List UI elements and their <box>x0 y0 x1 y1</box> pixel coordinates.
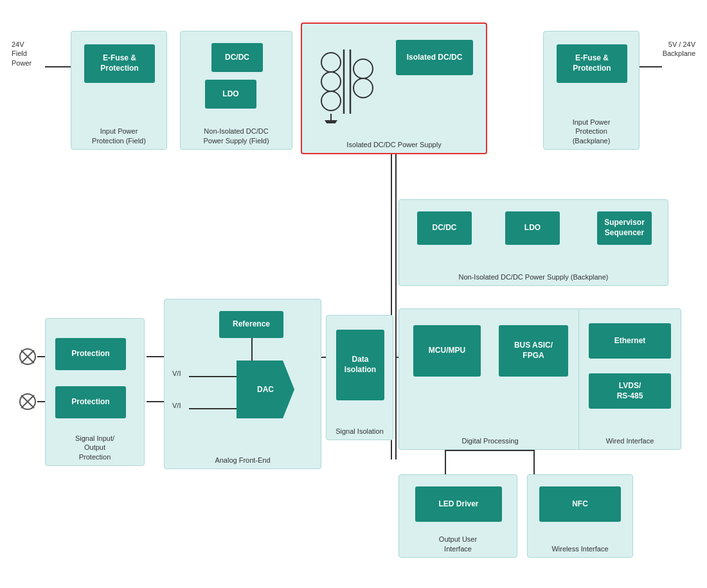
ref-line <box>251 338 253 364</box>
mcu-mpu-chip: MCU/MPU <box>413 325 481 377</box>
signal-input-output-box: Protection Protection Signal Input/Outpu… <box>45 318 145 466</box>
connector-1 <box>18 347 37 366</box>
wireless-interface-box: NFC Wireless Interface <box>527 474 633 558</box>
svg-point-5 <box>354 59 373 78</box>
dp-down-h-line <box>445 450 534 451</box>
vi2-line <box>189 408 240 409</box>
efuse-protection-1: E-Fuse &Protection <box>84 44 155 83</box>
protection-2: Protection <box>55 386 126 418</box>
vi-label-1: V/I <box>172 369 181 378</box>
signal-isolation-label: Signal Isolation <box>327 427 393 436</box>
dp-down-line-left <box>445 450 446 474</box>
digital-processing-label: Digital Processing <box>399 436 581 445</box>
bus-asic-fpga-chip: BUS ASIC/FPGA <box>499 325 568 377</box>
data-isolation-chip: DataIsolation <box>336 330 384 400</box>
dac-chip: DAC <box>237 361 294 418</box>
reference-chip: Reference <box>219 311 283 338</box>
input-power-protection-backplane-box: E-Fuse &Protection Input PowerProtection… <box>543 31 640 150</box>
wireless-interface-label: Wireless Interface <box>528 544 632 553</box>
vi1-line <box>189 376 240 377</box>
isolated-dcdc-chip: Isolated DC/DC <box>396 40 473 75</box>
output-user-interface-box: LED Driver Output UserInterface <box>398 474 517 558</box>
isolated-dcdc-label: Isolated DC/DC Power Supply <box>302 140 486 149</box>
field-power-label: 24VFieldPower <box>12 40 31 67</box>
center-line-2 <box>395 154 397 459</box>
transformer-symbol <box>309 33 392 123</box>
dp-down-line-right <box>533 450 535 474</box>
efuse-protection-2: E-Fuse &Protection <box>557 44 627 83</box>
svg-point-6 <box>354 78 373 98</box>
diagram: 24VFieldPower 5V / 24VBackplane E-Fuse &… <box>0 0 707 588</box>
isolated-dcdc-box: Isolated DC/DC Isolated DC/DC Power Supp… <box>301 22 487 154</box>
wired-interface-label: Wired Interface <box>579 436 681 445</box>
field-arrow <box>45 66 74 67</box>
output-user-interface-label: Output UserInterface <box>399 535 517 553</box>
non-isolated-dcdc-field-box: DC/DC LDO Non-Isolated DC/DCPower Supply… <box>180 31 292 150</box>
dcdc-1: DC/DC <box>211 43 263 72</box>
analog-frontend-label: Analog Front-End <box>165 456 321 465</box>
signal-isolation-box: DataIsolation Signal Isolation <box>326 315 393 440</box>
input-power-protection-field-box: E-Fuse &Protection Input PowerProtection… <box>71 31 167 150</box>
vi-label-2: V/I <box>172 401 181 410</box>
connector-2 <box>18 392 37 411</box>
input-power-protection-field-label: Input PowerProtection (Field) <box>71 127 166 145</box>
svg-point-0 <box>321 53 341 72</box>
ldo-1: LDO <box>205 80 256 109</box>
svg-point-1 <box>321 72 341 91</box>
lvds-rs485-chip: LVDS/RS-485 <box>589 373 671 409</box>
nfc-chip: NFC <box>539 486 621 522</box>
analog-frontend-box: Reference V/I V/I DAC Analog Front-End <box>164 299 321 469</box>
supervisor-sequencer: SupervisorSequencer <box>597 211 652 245</box>
svg-marker-8 <box>325 120 337 123</box>
dcdc-2: DC/DC <box>417 211 472 245</box>
svg-point-2 <box>321 91 341 111</box>
non-isolated-dcdc-backplane-box: DC/DC LDO SupervisorSequencer Non-Isolat… <box>398 199 668 286</box>
non-isolated-dcdc-field-label: Non-Isolated DC/DCPower Supply (Field) <box>181 127 292 145</box>
signal-input-output-label: Signal Input/OutputProtection <box>46 434 144 461</box>
wired-interface-box: Ethernet LVDS/RS-485 Wired Interface <box>578 308 681 450</box>
backplane-power-label: 5V / 24VBackplane <box>663 40 695 58</box>
digital-processing-box: MCU/MPU BUS ASIC/FPGA Digital Processing <box>398 308 582 450</box>
input-power-protection-backplane-label: Input PowerProtection(Backplane) <box>544 118 639 145</box>
non-isolated-dcdc-backplane-label: Non-Isolated DC/DC Power Supply (Backpla… <box>399 272 668 281</box>
ldo-2: LDO <box>505 211 560 245</box>
ethernet-chip: Ethernet <box>589 323 671 359</box>
led-driver-chip: LED Driver <box>415 486 502 522</box>
protection-1: Protection <box>55 338 126 370</box>
